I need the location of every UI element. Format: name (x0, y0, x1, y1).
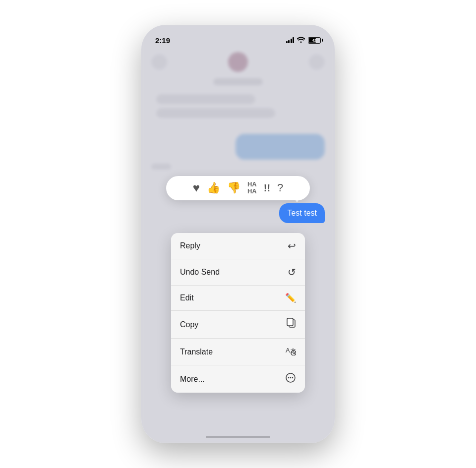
status-bar: 2:19 42 (141, 25, 335, 50)
menu-item-copy-label: Copy (180, 320, 198, 329)
svg-text:★: ★ (293, 351, 296, 355)
react-thumbsup-button[interactable]: 👍 (207, 182, 220, 193)
svg-text:A: A (286, 347, 290, 354)
react-question-button[interactable]: ? (277, 182, 283, 193)
battery-icon: 42 (308, 37, 321, 44)
svg-point-9 (292, 377, 294, 379)
message-bubble: Test test (279, 203, 325, 223)
menu-item-more[interactable]: More... (171, 365, 305, 393)
menu-item-edit-label: Edit (180, 293, 194, 302)
menu-item-more-label: More... (180, 375, 205, 384)
undo-send-icon: ↺ (288, 266, 296, 278)
react-exclamation-button[interactable]: !! (264, 183, 270, 193)
react-thumbsdown-button[interactable]: 👎 (227, 182, 240, 193)
menu-item-reply-label: Reply (180, 241, 200, 250)
more-icon (285, 372, 296, 386)
message-text: Test test (287, 209, 317, 217)
phone-frame: 2:19 42 (141, 25, 335, 443)
menu-item-copy[interactable]: Copy (171, 311, 305, 339)
wifi-icon (297, 37, 305, 44)
menu-item-undo-send-label: Undo Send (180, 268, 220, 277)
svg-point-7 (288, 377, 290, 379)
menu-item-translate[interactable]: Translate A 文 ★ (171, 339, 305, 365)
translate-icon: A 文 ★ (285, 346, 296, 358)
context-menu: Reply ↩ Undo Send ↺ Edit ✏️ Copy Transla… (171, 233, 305, 393)
menu-item-undo-send[interactable]: Undo Send ↺ (171, 259, 305, 286)
reply-icon: ↩ (288, 240, 296, 252)
status-time: 2:19 (155, 36, 170, 45)
message-area: Test test (279, 203, 325, 223)
copy-icon (286, 318, 296, 331)
svg-point-8 (290, 377, 292, 379)
react-haha-button[interactable]: HAHA (247, 181, 257, 195)
home-indicator (206, 436, 270, 438)
reaction-bar: ♥ 👍 👎 HAHA !! ? (166, 176, 310, 200)
svg-rect-1 (287, 318, 293, 326)
edit-icon: ✏️ (285, 292, 296, 303)
react-heart-button[interactable]: ♥ (193, 182, 200, 194)
menu-item-edit[interactable]: Edit ✏️ (171, 286, 305, 311)
menu-item-reply[interactable]: Reply ↩ (171, 233, 305, 259)
signal-bars-icon (286, 37, 295, 43)
status-icons: 42 (286, 37, 321, 44)
menu-item-translate-label: Translate (180, 348, 213, 356)
